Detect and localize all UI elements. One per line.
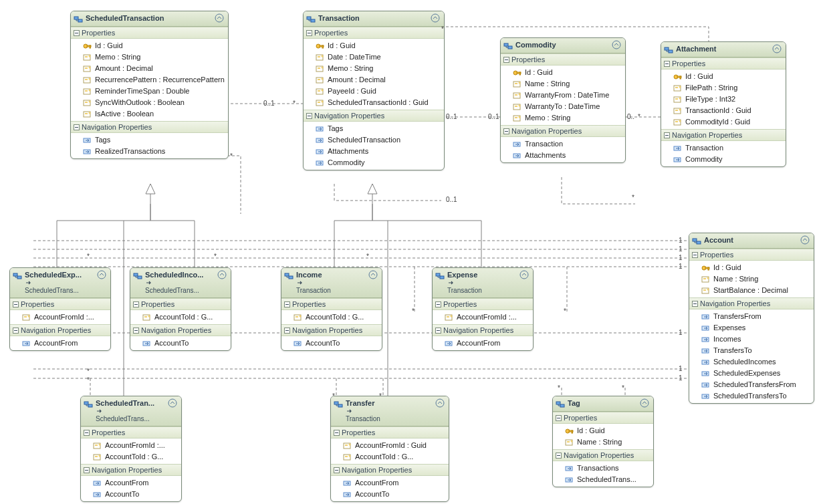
- section-navigation[interactable]: Navigation Properties: [433, 324, 533, 336]
- property-row[interactable]: Id : Guid: [689, 262, 814, 273]
- nav-row[interactable]: TransfersFrom: [689, 311, 814, 322]
- property-row[interactable]: Amount : Decimal: [304, 74, 444, 86]
- expand-icon[interactable]: [284, 328, 290, 334]
- collapse-icon[interactable]: [168, 398, 177, 408]
- section-navigation[interactable]: Navigation Properties: [689, 297, 814, 309]
- property-row[interactable]: AccountFromId :...: [433, 311, 533, 323]
- entity-header[interactable]: Tag: [553, 396, 653, 412]
- section-properties[interactable]: Properties: [71, 27, 228, 39]
- property-row[interactable]: AccountFromId :...: [81, 440, 181, 451]
- section-properties[interactable]: Properties: [689, 249, 814, 261]
- expand-icon[interactable]: [435, 301, 441, 307]
- section-properties[interactable]: Properties: [553, 412, 653, 424]
- property-row[interactable]: Memo : String: [304, 63, 444, 74]
- section-properties[interactable]: Properties: [304, 27, 444, 39]
- expand-icon[interactable]: [556, 415, 562, 421]
- property-row[interactable]: ScheduledTransactionId : Guid: [304, 97, 444, 108]
- property-row[interactable]: Name : String: [689, 273, 814, 285]
- expand-icon[interactable]: [692, 252, 698, 258]
- entity-transfer[interactable]: Transfer TransactionPropertiesAccountFro…: [330, 396, 449, 502]
- entity-tag[interactable]: TagPropertiesId : GuidName : StringNavig…: [552, 396, 654, 487]
- property-row[interactable]: AccountToId : G...: [281, 311, 382, 323]
- expand-icon[interactable]: [556, 453, 562, 459]
- nav-row[interactable]: ScheduledTransaction: [304, 134, 444, 146]
- expand-icon[interactable]: [692, 301, 698, 307]
- nav-row[interactable]: Commodity: [661, 154, 786, 165]
- collapse-icon[interactable]: [368, 270, 378, 279]
- expand-icon[interactable]: [503, 128, 509, 134]
- expand-icon[interactable]: [74, 124, 80, 130]
- entity-header[interactable]: Expense Transaction: [433, 268, 533, 298]
- nav-row[interactable]: AccountTo: [130, 338, 231, 349]
- property-row[interactable]: PayeeId : Guid: [304, 86, 444, 97]
- nav-row[interactable]: Transaction: [661, 142, 786, 154]
- collapse-icon[interactable]: [217, 270, 227, 279]
- nav-row[interactable]: Attachments: [501, 150, 625, 161]
- property-row[interactable]: Id : Guid: [661, 71, 786, 82]
- property-row[interactable]: Amount : Decimal: [71, 63, 228, 74]
- entity-scheduledincome[interactable]: ScheduledInco... ScheduledTrans...Proper…: [130, 267, 231, 351]
- section-navigation[interactable]: Navigation Properties: [81, 464, 181, 476]
- section-navigation[interactable]: Navigation Properties: [304, 110, 444, 122]
- entity-header[interactable]: ScheduledTran... ScheduledTrans...: [81, 396, 181, 426]
- entity-header[interactable]: Income Transaction: [281, 268, 382, 298]
- nav-row[interactable]: AccountTo: [81, 489, 181, 500]
- section-properties[interactable]: Properties: [501, 53, 625, 66]
- expand-icon[interactable]: [133, 328, 139, 334]
- section-properties[interactable]: Properties: [130, 298, 231, 310]
- entity-scheduledtransaction[interactable]: ScheduledTransactionPropertiesId : GuidM…: [70, 11, 229, 159]
- expand-icon[interactable]: [664, 132, 670, 138]
- nav-row[interactable]: ScheduledTrans...: [553, 474, 653, 485]
- collapse-icon[interactable]: [215, 13, 224, 23]
- nav-row[interactable]: AccountTo: [331, 489, 449, 500]
- nav-row[interactable]: Tags: [304, 123, 444, 134]
- nav-row[interactable]: AccountFrom: [81, 477, 181, 489]
- nav-row[interactable]: Expenses: [689, 322, 814, 334]
- section-properties[interactable]: Properties: [81, 426, 181, 438]
- collapse-icon[interactable]: [640, 398, 649, 408]
- section-navigation[interactable]: Navigation Properties: [331, 464, 449, 476]
- section-properties[interactable]: Properties: [433, 298, 533, 310]
- expand-icon[interactable]: [74, 30, 80, 36]
- expand-icon[interactable]: [133, 301, 139, 307]
- property-row[interactable]: Memo : String: [71, 51, 228, 63]
- entity-header[interactable]: ScheduledInco... ScheduledTrans...: [130, 268, 231, 298]
- section-navigation[interactable]: Navigation Properties: [553, 449, 653, 461]
- property-row[interactable]: TransactionId : Guid: [661, 105, 786, 116]
- expand-icon[interactable]: [306, 30, 312, 36]
- section-navigation[interactable]: Navigation Properties: [281, 324, 382, 336]
- nav-row[interactable]: ScheduledExpenses: [689, 368, 814, 379]
- nav-row[interactable]: Tags: [71, 134, 228, 146]
- expand-icon[interactable]: [435, 328, 441, 334]
- property-row[interactable]: StartBalance : Decimal: [689, 285, 814, 296]
- property-row[interactable]: SyncWithOutlook : Boolean: [71, 97, 228, 108]
- collapse-icon[interactable]: [800, 235, 810, 245]
- entity-header[interactable]: Account: [689, 233, 814, 249]
- section-properties[interactable]: Properties: [661, 57, 786, 70]
- nav-row[interactable]: ScheduledTransfersFrom: [689, 379, 814, 390]
- entity-attachment[interactable]: AttachmentPropertiesId : GuidFilePath : …: [661, 41, 786, 167]
- section-navigation[interactable]: Navigation Properties: [661, 129, 786, 141]
- property-row[interactable]: Id : Guid: [553, 425, 653, 436]
- section-properties[interactable]: Properties: [331, 426, 449, 438]
- property-row[interactable]: Date : DateTime: [304, 51, 444, 63]
- section-properties[interactable]: Properties: [281, 298, 382, 310]
- property-row[interactable]: CommodityId : Guid: [661, 116, 786, 128]
- expand-icon[interactable]: [306, 113, 312, 119]
- property-row[interactable]: Name : String: [553, 436, 653, 448]
- property-row[interactable]: AccountToId : G...: [130, 311, 231, 323]
- collapse-icon[interactable]: [519, 270, 529, 279]
- nav-row[interactable]: ScheduledIncomes: [689, 356, 814, 368]
- property-row[interactable]: IsActive : Boolean: [71, 108, 228, 120]
- property-row[interactable]: AccountToId : G...: [81, 451, 181, 463]
- property-row[interactable]: AccountFromId : Guid: [331, 440, 449, 451]
- entity-header[interactable]: Transfer Transaction: [331, 396, 449, 426]
- nav-row[interactable]: AccountFrom: [10, 338, 110, 349]
- property-row[interactable]: Id : Guid: [304, 40, 444, 51]
- nav-row[interactable]: Incomes: [689, 334, 814, 345]
- property-row[interactable]: Name : String: [501, 78, 625, 90]
- expand-icon[interactable]: [13, 328, 19, 334]
- nav-row[interactable]: Transactions: [553, 463, 653, 474]
- entity-commodity[interactable]: CommodityPropertiesId : GuidName : Strin…: [500, 37, 626, 163]
- property-row[interactable]: ReminderTimeSpan : Double: [71, 86, 228, 97]
